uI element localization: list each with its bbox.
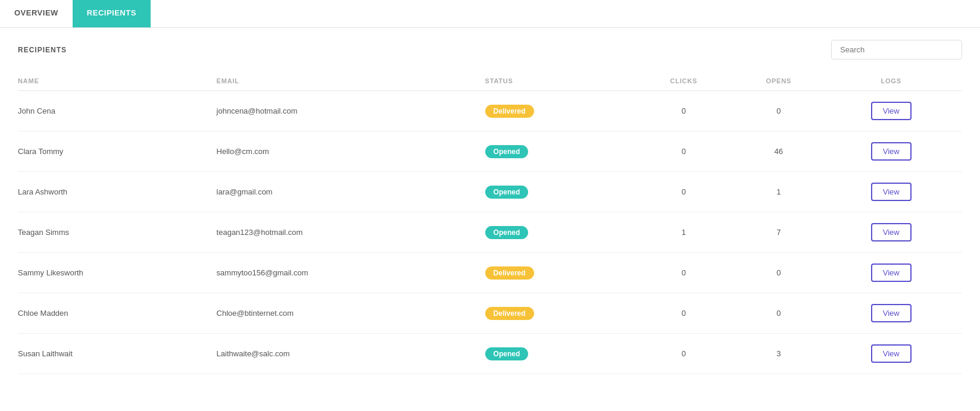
cell-logs: View: [829, 253, 962, 293]
cell-name: Chloe Madden: [18, 293, 217, 334]
cell-status: Opened: [485, 131, 640, 172]
cell-logs: View: [829, 131, 962, 172]
status-badge: Delivered: [485, 105, 534, 118]
cell-name: Susan Laithwait: [18, 334, 217, 374]
cell-name: Teagan Simms: [18, 212, 217, 253]
view-button[interactable]: View: [871, 344, 912, 363]
cell-clicks: 0: [640, 334, 738, 374]
table-row: Lara Ashworth lara@gmail.com Opened 0 1 …: [18, 172, 962, 212]
cell-email: Hello@cm.com: [217, 131, 485, 172]
cell-clicks: 0: [640, 131, 738, 172]
status-badge: Opened: [485, 226, 529, 239]
cell-email: teagan123@hotmail.com: [217, 212, 485, 253]
tab-bar: OVERVIEW RECIPIENTS: [0, 0, 980, 28]
cell-status: Delivered: [485, 253, 640, 293]
table-row: Susan Laithwait Laithwaite@salc.com Open…: [18, 334, 962, 374]
table-header-row: NAME EMAIL STATUS CLICKS OPENS LOGS: [18, 71, 962, 91]
cell-email: johncena@hotmail.com: [217, 91, 485, 131]
cell-name: Clara Tommy: [18, 131, 217, 172]
status-badge: Opened: [485, 145, 529, 158]
cell-email: lara@gmail.com: [217, 172, 485, 212]
cell-name: John Cena: [18, 91, 217, 131]
cell-status: Delivered: [485, 293, 640, 334]
view-button[interactable]: View: [871, 102, 912, 120]
tab-overview[interactable]: OVERVIEW: [0, 0, 73, 27]
cell-email: Chloe@btinternet.com: [217, 293, 485, 334]
cell-status: Opened: [485, 334, 640, 374]
col-header-email: EMAIL: [217, 71, 485, 91]
table-row: Teagan Simms teagan123@hotmail.com Opene…: [18, 212, 962, 253]
table-row: John Cena johncena@hotmail.com Delivered…: [18, 91, 962, 131]
status-badge: Opened: [485, 347, 529, 360]
cell-opens: 7: [737, 212, 829, 253]
cell-clicks: 0: [640, 293, 738, 334]
section-title: RECIPIENTS: [18, 46, 67, 54]
cell-logs: View: [829, 91, 962, 131]
cell-status: Delivered: [485, 91, 640, 131]
col-header-status: STATUS: [485, 71, 640, 91]
view-button[interactable]: View: [871, 263, 912, 282]
view-button[interactable]: View: [871, 142, 912, 161]
table-row: Sammy Likesworth sammytoo156@gmail.com D…: [18, 253, 962, 293]
tab-recipients[interactable]: RECIPIENTS: [73, 0, 151, 27]
cell-clicks: 0: [640, 253, 738, 293]
cell-name: Lara Ashworth: [18, 172, 217, 212]
col-header-name: NAME: [18, 71, 217, 91]
cell-opens: 46: [737, 131, 829, 172]
search-input[interactable]: [831, 40, 962, 59]
view-button[interactable]: View: [871, 183, 912, 201]
cell-clicks: 0: [640, 91, 738, 131]
cell-email: sammytoo156@gmail.com: [217, 253, 485, 293]
cell-opens: 0: [737, 293, 829, 334]
main-content: RECIPIENTS NAME EMAIL STATUS CLICKS OPEN…: [0, 28, 980, 386]
cell-opens: 1: [737, 172, 829, 212]
cell-logs: View: [829, 172, 962, 212]
cell-logs: View: [829, 293, 962, 334]
col-header-opens: OPENS: [737, 71, 829, 91]
cell-clicks: 0: [640, 172, 738, 212]
cell-logs: View: [829, 334, 962, 374]
view-button[interactable]: View: [871, 304, 912, 322]
cell-clicks: 1: [640, 212, 738, 253]
col-header-logs: LOGS: [829, 71, 962, 91]
col-header-clicks: CLICKS: [640, 71, 738, 91]
table-row: Clara Tommy Hello@cm.com Opened 0 46 Vie…: [18, 131, 962, 172]
cell-opens: 0: [737, 91, 829, 131]
status-badge: Opened: [485, 186, 529, 199]
recipients-table: NAME EMAIL STATUS CLICKS OPENS LOGS John…: [18, 71, 962, 374]
cell-opens: 0: [737, 253, 829, 293]
cell-name: Sammy Likesworth: [18, 253, 217, 293]
cell-status: Opened: [485, 172, 640, 212]
status-badge: Delivered: [485, 266, 534, 280]
header-row: RECIPIENTS: [18, 40, 962, 59]
table-row: Chloe Madden Chloe@btinternet.com Delive…: [18, 293, 962, 334]
view-button[interactable]: View: [871, 223, 912, 241]
cell-email: Laithwaite@salc.com: [217, 334, 485, 374]
cell-status: Opened: [485, 212, 640, 253]
status-badge: Delivered: [485, 307, 534, 320]
cell-logs: View: [829, 212, 962, 253]
cell-opens: 3: [737, 334, 829, 374]
